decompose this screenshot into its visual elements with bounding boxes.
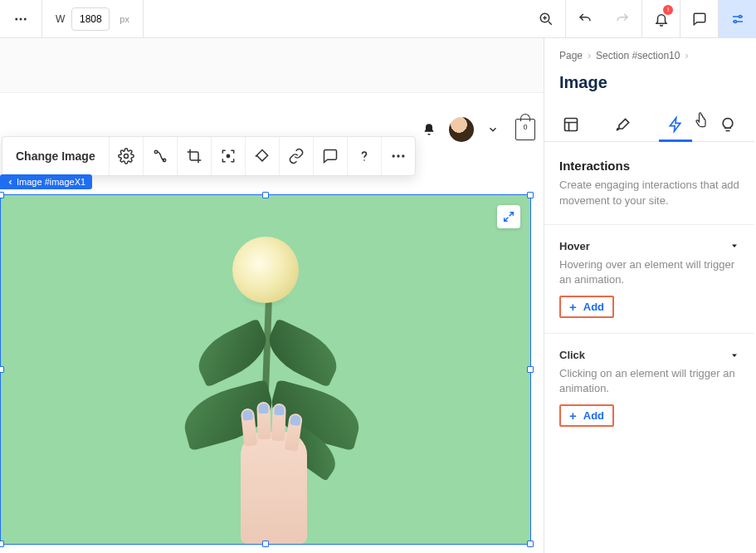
crop-button[interactable] (178, 137, 212, 175)
resize-handle[interactable] (527, 192, 534, 198)
interactions-desc: Create engaging interactions that add mo… (544, 178, 754, 221)
crumb-sep-icon (685, 50, 688, 61)
page-header-icons: 0 (422, 117, 535, 142)
inspector-tabs (544, 107, 754, 142)
svg-point-4 (739, 15, 741, 17)
chevron-left-icon (7, 179, 14, 186)
brush-icon (615, 116, 632, 133)
click-desc: Clicking on an element will trigger an a… (544, 366, 754, 404)
inspector-panel: Page Section #section10 Image Interactio… (544, 38, 754, 553)
path-icon (152, 148, 168, 164)
help-button[interactable] (348, 137, 382, 175)
image-context-toolbar: Change Image (2, 136, 416, 176)
width-unit: px (119, 14, 129, 24)
svg-point-7 (154, 150, 157, 153)
canvas-width-control: W px (42, 0, 144, 37)
resize-handle[interactable] (262, 192, 269, 198)
caret-down-icon (729, 241, 739, 251)
gear-icon (118, 148, 134, 164)
add-click-button[interactable]: + Add (559, 404, 614, 427)
crumb-section[interactable]: Section #section10 (596, 50, 680, 61)
focal-point-button[interactable] (212, 137, 246, 175)
help-icon (356, 148, 373, 164)
lightning-icon (667, 116, 684, 133)
resize-handle[interactable] (0, 541, 4, 547)
zoom-in-icon (539, 12, 554, 27)
width-input[interactable] (71, 7, 110, 31)
tab-interactions[interactable] (650, 107, 702, 141)
divider (544, 224, 754, 225)
comments-button[interactable] (680, 0, 718, 38)
image-preview (1, 195, 530, 544)
caret-down-icon (729, 350, 739, 360)
breadcrumb: Page Section #section10 (544, 38, 754, 61)
crumb-page[interactable]: Page (559, 50, 583, 61)
add-hover-label: Add (583, 301, 604, 313)
more-menu-button[interactable] (0, 0, 42, 37)
resize-handle[interactable] (262, 541, 269, 547)
ellipsis-icon (13, 12, 28, 27)
comment-button[interactable] (314, 137, 348, 175)
lightbulb-icon (719, 116, 736, 133)
link-icon (288, 148, 305, 164)
comment-icon (322, 148, 339, 164)
resize-handle[interactable] (0, 366, 4, 373)
svg-point-0 (15, 17, 17, 20)
svg-point-11 (392, 154, 394, 157)
layout-icon (563, 116, 579, 133)
svg-point-6 (124, 154, 128, 159)
divider (544, 333, 754, 334)
svg-point-10 (363, 159, 365, 161)
svg-point-12 (397, 154, 399, 157)
expand-image-button[interactable] (497, 205, 520, 228)
crop-icon (186, 148, 202, 164)
svg-point-1 (20, 17, 22, 20)
resize-handle[interactable] (527, 541, 534, 547)
click-title: Click (559, 349, 585, 361)
top-toolbar: W px ! (0, 0, 756, 38)
width-label: W (56, 13, 65, 25)
hover-desc: Hovering over an element will trigger an… (544, 257, 754, 296)
redo-icon (615, 12, 630, 27)
link-button[interactable] (280, 137, 314, 175)
svg-point-2 (24, 17, 27, 20)
selected-image-frame[interactable] (0, 194, 531, 545)
svg-point-9 (227, 154, 229, 157)
zoom-button[interactable] (527, 0, 565, 38)
hover-section-header[interactable]: Hover (544, 228, 754, 257)
avatar[interactable] (449, 117, 474, 142)
comment-icon (692, 12, 707, 27)
tab-ideas[interactable] (702, 107, 754, 141)
add-hover-button[interactable]: + Add (559, 296, 614, 318)
chevron-down-icon[interactable] (487, 124, 499, 135)
interactions-heading: Interactions (544, 142, 754, 178)
undo-button[interactable] (565, 0, 603, 38)
resize-handle[interactable] (0, 192, 4, 198)
mask-button[interactable] (246, 137, 280, 175)
notifications-button[interactable]: ! (641, 0, 680, 38)
overflow-button[interactable] (382, 137, 415, 175)
focal-point-icon (220, 148, 237, 164)
animation-button[interactable] (144, 137, 178, 175)
plus-icon: + (569, 300, 577, 314)
tab-layout[interactable] (544, 107, 597, 141)
change-image-button[interactable]: Change Image (2, 137, 110, 175)
settings-button[interactable] (110, 137, 144, 175)
selection-tag[interactable]: Image #imageX1 (0, 174, 92, 189)
notification-badge: ! (663, 5, 673, 15)
inspector-toggle-button[interactable] (718, 0, 756, 38)
resize-handle[interactable] (527, 366, 534, 373)
ellipsis-icon (390, 148, 407, 164)
sliders-icon (730, 12, 745, 27)
click-section-header[interactable]: Click (544, 337, 754, 366)
canvas-bg-top (0, 38, 544, 93)
plus-icon: + (569, 409, 577, 423)
redo-button[interactable] (603, 0, 641, 38)
rose-illustration (149, 212, 382, 544)
canvas-area[interactable]: 0 Change Image (0, 38, 544, 553)
hover-title: Hover (559, 240, 590, 252)
add-click-label: Add (583, 409, 604, 422)
mask-shape-icon (254, 148, 271, 164)
cart-button[interactable]: 0 (515, 119, 535, 140)
tab-design[interactable] (597, 107, 649, 141)
